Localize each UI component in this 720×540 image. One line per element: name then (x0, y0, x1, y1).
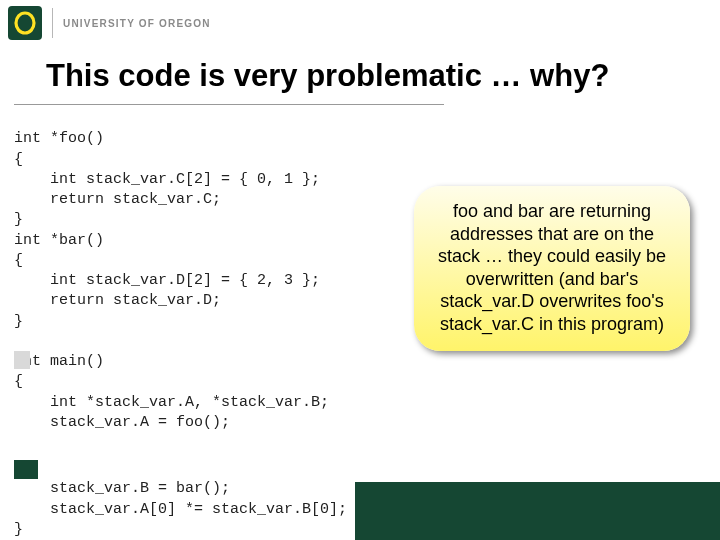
code-line: int stack_var.C[2] = { 0, 1 }; (14, 171, 320, 188)
code-line: { (14, 373, 23, 390)
header-divider (52, 8, 53, 38)
slide-title: This code is very problematic … why? (46, 58, 720, 94)
explanation-callout: foo and bar are returning addresses that… (414, 186, 690, 351)
code-line: int *stack_var.A, *stack_var.B; (14, 394, 329, 411)
university-name: UNIVERSITY OF OREGON (63, 18, 211, 29)
code-line: int *bar() (14, 232, 104, 249)
code-line: } (14, 521, 23, 538)
code-line: } (14, 211, 23, 228)
code-line: return stack_var.C; (14, 191, 221, 208)
header: UNIVERSITY OF OREGON (0, 0, 720, 40)
cursor-highlight (14, 351, 30, 369)
code-line: { (14, 252, 23, 269)
svg-point-0 (16, 13, 34, 33)
code-line: stack_var.A[0] *= stack_var.B[0]; (14, 501, 347, 518)
horizontal-rule (14, 104, 444, 105)
code-line: int stack_var.D[2] = { 2, 3 }; (14, 272, 320, 289)
code-line: int *foo() (14, 130, 104, 147)
code-block-tail: stack_var.B = bar(); stack_var.A[0] *= s… (14, 479, 355, 540)
callout-text: foo and bar are returning addresses that… (438, 201, 666, 334)
code-line: { (14, 151, 23, 168)
code-line: return stack_var.D; (14, 292, 221, 309)
code-line: stack_var.A = foo(); (14, 414, 230, 431)
oregon-logo (8, 6, 42, 40)
code-line: stack_var.B = bar(); (14, 480, 230, 497)
code-line: } (14, 313, 23, 330)
